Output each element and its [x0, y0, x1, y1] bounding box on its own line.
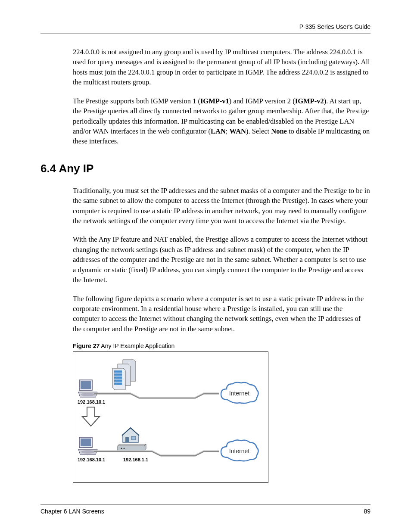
- body-content-2: Traditionally, you must set the IP addre…: [73, 186, 371, 334]
- svg-rect-6: [114, 380, 122, 382]
- paragraph-igmp: The Prestige supports both IGMP version …: [73, 96, 371, 146]
- house-icon: [121, 427, 140, 443]
- cloud-label: Internet: [229, 448, 249, 454]
- figure-number: Figure 27: [73, 342, 100, 349]
- page-number: 89: [364, 508, 371, 515]
- svg-rect-5: [114, 376, 122, 379]
- connection-line-home: [94, 450, 219, 458]
- svg-point-14: [124, 448, 125, 449]
- paragraph-multicast: 224.0.0.0 is not assigned to any group a…: [73, 47, 371, 87]
- paragraph-traditional: Traditionally, you must set the IP addre…: [73, 186, 371, 226]
- igmp-v1-term: IGMP-v1: [200, 97, 229, 105]
- svg-rect-7: [114, 383, 122, 385]
- page-header: P-335 Series User's Guide: [40, 23, 371, 34]
- body-content: 224.0.0.0 is not assigned to any group a…: [73, 47, 371, 146]
- paragraph-anyip-feature: With the Any IP feature and NAT enabled,…: [73, 234, 371, 285]
- cloud-home: Internet: [219, 438, 260, 464]
- igmp-v2-term: IGMP-v2: [295, 97, 324, 105]
- page-footer: Chapter 6 LAN Screens 89: [40, 504, 371, 515]
- figure-caption: Figure 27 Any IP Example Application: [73, 342, 371, 349]
- svg-rect-1: [81, 381, 91, 389]
- svg-rect-11: [125, 437, 129, 442]
- figure-diagram: 192.168.10.1 Internet: [73, 352, 268, 483]
- svg-rect-4: [114, 373, 122, 376]
- connection-line-corp: [94, 392, 219, 400]
- svg-rect-12: [131, 436, 136, 440]
- none-term: None: [271, 127, 287, 135]
- section-heading-any-ip: 6.4 Any IP: [40, 162, 371, 175]
- lan-term: LAN: [211, 127, 226, 135]
- servers-icon: [110, 358, 144, 394]
- svg-point-10: [81, 450, 95, 454]
- corporate-row: 192.168.10.1 Internet: [77, 355, 265, 411]
- residential-row: 192.168.10.1 192.168.1.1 Internet: [77, 419, 265, 475]
- paragraph-scenario: The following figure depicts a scenario …: [73, 294, 371, 334]
- cloud-label: Internet: [229, 390, 249, 397]
- figure-title: Any IP Example Application: [100, 342, 174, 349]
- svg-rect-3: [114, 370, 122, 373]
- svg-point-13: [121, 448, 122, 449]
- cloud-corporate: Internet: [219, 380, 260, 406]
- svg-rect-9: [81, 439, 91, 446]
- svg-point-2: [81, 393, 95, 396]
- chapter-label: Chapter 6 LAN Screens: [40, 508, 104, 515]
- guide-title: P-335 Series User's Guide: [299, 23, 371, 30]
- wan-term: WAN: [230, 127, 246, 135]
